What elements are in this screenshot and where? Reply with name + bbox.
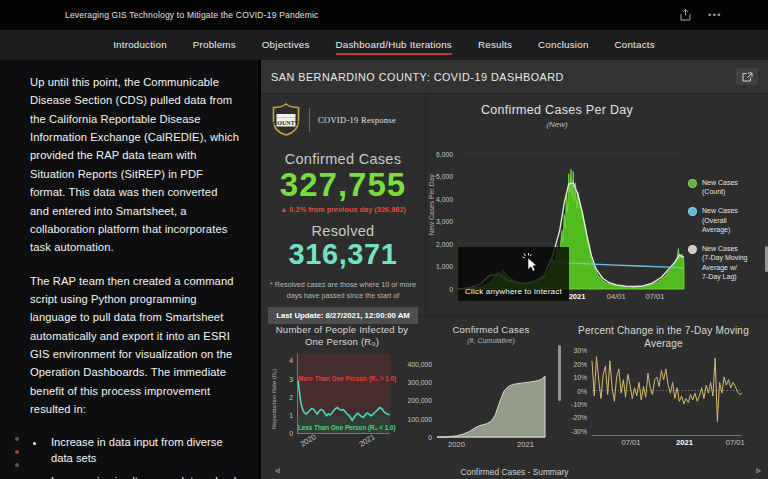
x-axis-ticks: 07/01202107/01 [592, 435, 742, 449]
chart-subtitle: (#, Cumulative) [423, 337, 559, 344]
y-axis-tick: 3 [289, 375, 293, 382]
y-axis-tick: 0 [428, 434, 432, 441]
y-axis-tick: 3,000 [436, 218, 453, 225]
stats-panel: SAN BERNARDINO COUNTY COVID-19 Response … [261, 94, 426, 315]
y-axis-tick: -30% [571, 427, 587, 434]
x-axis-tick: 07/01 [726, 438, 745, 447]
x-axis-tick: 2021 [569, 292, 586, 301]
confirmed-change-text: ▲ 0.2% from previous day (326,982) [280, 205, 406, 214]
share-icon[interactable] [680, 9, 691, 21]
chart-title: Confirmed Cases Per Day [426, 103, 688, 117]
logo-divider [309, 108, 310, 132]
dashboard-bottom-row: Number of People Infected by One Person … [261, 316, 768, 464]
zone-label-below-one: Less Than One Person (R₀ < 1.0) [298, 424, 390, 431]
series-line [592, 357, 742, 422]
cumulative-cases-panel: Confirmed Cases (#, Cumulative) 400,0003… [423, 316, 559, 464]
plot-area: 400,000300,000200,000100,0000 20202021 [437, 358, 545, 438]
legend-item: New Cases (7-Day Moving Average w/ 7-Day… [688, 244, 764, 281]
x-axis-tick: 07/01 [646, 292, 665, 301]
y-axis-tick: 6,000 [436, 150, 453, 157]
section-nav: Introduction Problems Objectives Dashboa… [0, 30, 768, 60]
cumulative-plot [437, 358, 545, 437]
y-axis-tick: 1 [289, 411, 293, 418]
legend-item: New Cases (Overall Average) [688, 206, 764, 234]
y-axis-ticks: 6,0005,0004,0003,0002,0001,0000 [428, 140, 455, 289]
resolved-value: 316,371 [288, 239, 397, 271]
tab-dashboard-hub-iterations[interactable]: Dashboard/Hub Iterations [336, 39, 452, 55]
series-area [437, 376, 545, 437]
bullet-item: Increase in simultaneous data upload cap… [46, 474, 239, 479]
carousel-caption: Confirmed Cases - Summary [461, 467, 569, 477]
tab-conclusion[interactable]: Conclusion [538, 39, 588, 55]
confirmed-cases-value: 327,755 [280, 167, 406, 203]
carousel-prev-arrow[interactable]: ◃ [275, 465, 280, 475]
legend-label: New Cases (7-Day Moving Average w/ 7-Day… [702, 244, 748, 281]
legend-item: New Cases (Count) [688, 178, 764, 196]
story-bullet-list: Increase in data input from diverse data… [46, 435, 239, 479]
x-axis-tick: 2021 [676, 438, 693, 447]
legend-dot-blue [688, 207, 697, 216]
external-link-icon [742, 72, 753, 82]
dashboard-title: SAN BERNARDINO COUNTY: COVID-19 DASHBOAR… [271, 71, 564, 83]
y-axis-ticks: 43210 [268, 354, 295, 433]
chart-title: Number of People Infected by One Person … [261, 324, 423, 349]
county-logo-row: SAN BERNARDINO COUNTY COVID-19 Response [271, 103, 396, 136]
r0-chart-panel: Number of People Infected by One Person … [261, 316, 423, 464]
chart-legend: New Cases (Count) New Cases (Overall Ave… [688, 178, 764, 281]
x-axis-ticks: 20202021 [298, 433, 390, 447]
legend-dot-gray [688, 245, 697, 254]
legend-label: New Cases (Overall Average) [702, 206, 738, 234]
y-axis-tick: -10% [571, 400, 587, 407]
app-root: Leveraging GIS Technology to Mitigate th… [0, 0, 768, 479]
tab-contacts[interactable]: Contacts [615, 39, 655, 55]
plot-area: 30%20%10%0%-10%-20%-30% 07/01202107/01 [592, 346, 742, 436]
x-axis-tick: 2021 [517, 440, 534, 449]
click-to-interact-overlay[interactable]: Click anywhere to interact [458, 247, 569, 301]
y-axis-tick: 20% [573, 360, 587, 367]
resolved-label: Resolved [312, 223, 375, 239]
tab-problems[interactable]: Problems [193, 39, 236, 55]
y-axis-tick: 5,000 [436, 173, 453, 180]
panel-scrollbar-thumb[interactable] [558, 345, 561, 401]
confirmed-cases-label: Confirmed Cases [285, 151, 402, 167]
carousel-next-arrow[interactable]: ▹ [756, 465, 761, 475]
progress-dot-active[interactable] [15, 450, 19, 454]
tab-objectives[interactable]: Objectives [262, 39, 310, 55]
open-external-button[interactable] [736, 68, 758, 85]
resolved-footnote: * Resolved cases are those where 10 or m… [270, 279, 416, 301]
progress-dot[interactable] [15, 463, 19, 467]
section-progress-dots [15, 437, 19, 467]
x-axis-ticks: 20202021 [437, 437, 545, 451]
percent-change-panel: Percent Change in the 7-Day Moving Avera… [559, 316, 768, 464]
y-axis-tick: 30% [573, 347, 587, 354]
plot-area: 43210 20202021 More Than One Person (R₀ … [297, 354, 390, 434]
covid-dashboard-embed: SAN BERNARDINO COUNTY: COVID-19 DASHBOAR… [258, 60, 768, 479]
story-paragraph-2: The RAP team then created a command scri… [30, 272, 239, 419]
x-axis-tick: 2020 [299, 432, 318, 449]
titlebar: Leveraging GIS Technology to Mitigate th… [0, 0, 768, 30]
x-axis-tick: 2020 [448, 440, 465, 449]
progress-dot[interactable] [15, 437, 19, 441]
chart-title: Confirmed Cases [423, 324, 559, 336]
x-axis-tick: 2021 [357, 432, 376, 449]
y-axis-tick: 10% [573, 374, 587, 381]
y-axis-tick: 0% [577, 387, 587, 394]
y-axis-tick: 4,000 [436, 195, 453, 202]
dashboard-main-row: SAN BERNARDINO COUNTY COVID-19 Response … [261, 94, 768, 316]
tab-introduction[interactable]: Introduction [113, 39, 167, 55]
y-axis-tick: 2 [289, 393, 293, 400]
legend-dot-green [688, 179, 697, 188]
svg-text:COUNTY: COUNTY [273, 120, 300, 126]
cursor-click-icon [522, 253, 542, 273]
y-axis-tick: 100,000 [407, 415, 432, 422]
y-axis-tick: 400,000 [407, 360, 432, 367]
y-axis-tick: 0 [289, 430, 293, 437]
y-axis-ticks: 30%20%10%0%-10%-20%-30% [562, 346, 589, 435]
more-menu-icon[interactable]: ••• [708, 10, 722, 20]
cases-per-day-chart: Confirmed Cases Per Day (New) New Cases … [426, 94, 768, 315]
x-axis-tick: 04/01 [607, 292, 626, 301]
logo-caption: COVID-19 Response [318, 115, 396, 125]
chart-subtitle: (New) [426, 120, 688, 129]
tab-results[interactable]: Results [478, 39, 512, 55]
y-axis-tick: 1,000 [436, 263, 453, 270]
